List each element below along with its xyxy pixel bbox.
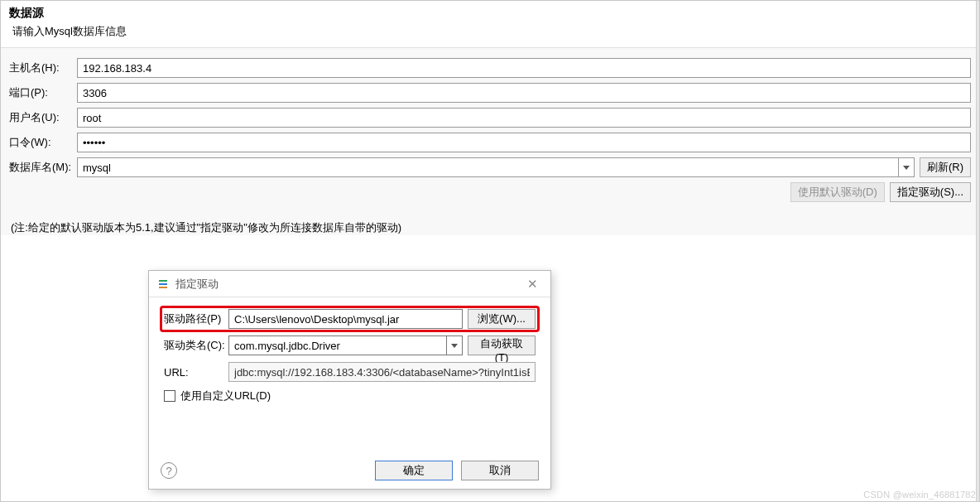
- custom-url-checkbox[interactable]: [164, 390, 175, 402]
- driver-class-dropdown-button[interactable]: [446, 335, 463, 355]
- dialog-footer: ? 确定 取消: [149, 452, 550, 489]
- user-label: 用户名(U):: [9, 110, 77, 125]
- url-input: [228, 362, 536, 382]
- app-icon: [157, 278, 171, 291]
- specify-driver-button[interactable]: 指定驱动(S)...: [890, 182, 971, 202]
- specify-driver-dialog: 指定驱动 ✕ 驱动路径(P) 浏览(W)... 驱动类名(C):: [148, 270, 551, 490]
- driver-path-label: 驱动路径(P): [164, 311, 228, 326]
- auto-fetch-button[interactable]: 自动获取(T): [468, 335, 536, 355]
- refresh-button[interactable]: 刷新(R): [920, 157, 971, 177]
- dialog-close-button[interactable]: ✕: [522, 274, 542, 294]
- ok-button[interactable]: 确定: [375, 461, 453, 480]
- password-input[interactable]: [77, 133, 971, 152]
- driver-class-row: 驱动类名(C): 自动获取(T): [164, 335, 536, 355]
- host-input[interactable]: [77, 58, 971, 78]
- driver-class-label: 驱动类名(C):: [164, 338, 228, 353]
- dbname-row: 数据库名(M): 刷新(R): [9, 157, 971, 177]
- dbname-input[interactable]: [77, 157, 898, 177]
- use-default-driver-button: 使用默认驱动(D): [790, 182, 885, 202]
- right-resize-edge[interactable]: [976, 1, 979, 501]
- user-input[interactable]: [77, 108, 971, 128]
- custom-url-row: 使用自定义URL(D): [164, 389, 536, 403]
- driver-path-input[interactable]: [228, 309, 463, 329]
- host-label: 主机名(H):: [9, 60, 77, 75]
- port-row: 端口(P):: [9, 83, 971, 103]
- password-row: 口令(W):: [9, 133, 971, 152]
- dbname-dropdown-button[interactable]: [898, 157, 915, 177]
- browse-button[interactable]: 浏览(W)...: [468, 309, 536, 329]
- svg-rect-2: [159, 287, 167, 288]
- driver-note: (注:给定的默认驱动版本为5.1,建议通过"指定驱动"修改为所连接数据库自带的驱…: [9, 220, 971, 235]
- custom-url-label: 使用自定义URL(D): [180, 389, 271, 403]
- page-subtitle: 请输入Mysql数据库信息: [1, 22, 979, 47]
- driver-path-row: 驱动路径(P) 浏览(W)...: [164, 309, 536, 329]
- svg-rect-0: [159, 280, 167, 282]
- url-row: URL:: [164, 362, 536, 382]
- dialog-titlebar: 指定驱动 ✕: [149, 271, 550, 297]
- close-icon: ✕: [527, 277, 538, 292]
- dbname-combo: [77, 157, 915, 177]
- url-label: URL:: [164, 366, 228, 379]
- dialog-body: 驱动路径(P) 浏览(W)... 驱动类名(C): 自动获取(T) URL:: [149, 297, 550, 408]
- main-window: 数据源 请输入Mysql数据库信息 主机名(H): 端口(P): 用户名(U):…: [0, 0, 980, 502]
- password-label: 口令(W):: [9, 135, 77, 150]
- driver-class-combo: [228, 335, 463, 355]
- help-button[interactable]: ?: [161, 462, 177, 479]
- dialog-title: 指定驱动: [175, 277, 219, 292]
- highlighted-path-row: 驱动路径(P) 浏览(W)...: [160, 306, 540, 332]
- host-row: 主机名(H):: [9, 58, 971, 78]
- driver-class-input[interactable]: [228, 335, 446, 355]
- chevron-down-icon: [451, 344, 458, 348]
- user-row: 用户名(U):: [9, 108, 971, 128]
- form-body: 主机名(H): 端口(P): 用户名(U): 口令(W): 数据库名(M): 刷…: [1, 48, 979, 235]
- port-input[interactable]: [77, 83, 971, 103]
- svg-rect-1: [159, 283, 167, 285]
- port-label: 端口(P):: [9, 85, 77, 100]
- page-title: 数据源: [1, 1, 979, 22]
- driver-button-row: 使用默认驱动(D) 指定驱动(S)...: [9, 182, 971, 202]
- chevron-down-icon: [903, 166, 910, 170]
- watermark: CSDN @weixin_46881782: [863, 490, 976, 500]
- dialog-header: 数据源 请输入Mysql数据库信息: [1, 1, 979, 48]
- dbname-label: 数据库名(M):: [9, 160, 77, 175]
- cancel-button[interactable]: 取消: [461, 461, 539, 480]
- help-icon: ?: [166, 465, 171, 477]
